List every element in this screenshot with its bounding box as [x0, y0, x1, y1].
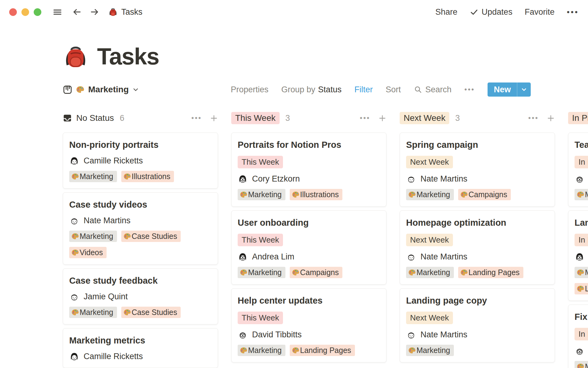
column-add-icon[interactable]: [547, 114, 555, 122]
tag-row: Landing Pages: [575, 283, 588, 294]
tag-row: Marketing Case Studies: [69, 307, 212, 318]
tag: Campaigns: [290, 267, 342, 278]
minimize-window-button[interactable]: [21, 8, 29, 16]
sort-button[interactable]: Sort: [386, 85, 401, 94]
breadcrumb[interactable]: Tasks: [108, 7, 142, 17]
properties-button[interactable]: Properties: [231, 85, 268, 94]
filter-button[interactable]: Filter: [354, 85, 373, 94]
card[interactable]: Help center updatesThis Week David Tibbi…: [231, 288, 386, 362]
palette-icon: [239, 268, 248, 277]
avatar: [575, 174, 585, 184]
hamburger-menu-icon[interactable]: [52, 7, 62, 17]
palette-icon: [460, 190, 468, 199]
assignee-row: David Tibbitts: [575, 174, 588, 184]
card[interactable]: Landing page copyNext Week Nate Martins …: [400, 288, 555, 362]
avatar: [575, 346, 585, 356]
card[interactable]: Case study videos Nate Martins Marketing…: [63, 192, 218, 265]
assignee-name: Jamie Quint: [84, 292, 128, 301]
new-button[interactable]: New: [488, 82, 517, 97]
column-title[interactable]: In Progress: [568, 112, 588, 124]
card-title: Case study feedback: [69, 275, 212, 286]
more-options-icon[interactable]: •••: [567, 8, 579, 16]
share-button[interactable]: Share: [435, 7, 458, 17]
card[interactable]: LandingIn Progress Cory Etzkorn Marketin…: [568, 210, 588, 301]
check-icon: [470, 8, 478, 16]
updates-button[interactable]: Updates: [470, 7, 513, 17]
search-icon: [414, 85, 422, 94]
column-title[interactable]: Next Week3: [400, 112, 460, 124]
tag: Marketing: [69, 307, 117, 318]
avatar-female: [69, 351, 79, 362]
avatar-male: [406, 252, 416, 262]
card[interactable]: Case study feedback Jamie Quint Marketin…: [63, 268, 218, 324]
assignee-name: Camille Ricketts: [84, 156, 143, 166]
column-add-icon[interactable]: [378, 114, 386, 122]
forward-arrow-icon[interactable]: [89, 7, 100, 17]
column-header: Next Week3 •••: [400, 112, 555, 125]
palette-icon: [71, 308, 79, 316]
kanban-board: No Status6 ••• Non-priority portraits Ca…: [63, 112, 588, 368]
tag-row: Videos: [69, 247, 212, 258]
view-more-options-icon[interactable]: •••: [464, 85, 475, 94]
board-view-icon: [63, 85, 72, 94]
view-switcher[interactable]: Marketing: [63, 85, 139, 94]
status-badge: In Progress: [575, 328, 588, 340]
assignee-row: Cory Etzkorn: [575, 252, 588, 262]
view-bar: Marketing Properties Group byStatus Filt…: [63, 82, 531, 97]
board-column-this-week: This Week3 ••• Portraits for Notion Pros…: [231, 112, 386, 362]
avatar: [406, 330, 416, 340]
assignee-row: Nate Martins: [69, 216, 212, 226]
chevron-down-icon: [132, 86, 139, 93]
back-arrow-icon[interactable]: [72, 7, 82, 17]
palette-icon: [408, 346, 416, 355]
tag-row: Marketing Case Studies: [69, 231, 212, 242]
new-dropdown-chevron-icon[interactable]: [517, 82, 531, 97]
card[interactable]: Homepage optimizationNext Week Nate Mart…: [400, 210, 555, 285]
assignee-row: David Tibbitts: [575, 346, 588, 356]
tag-row: Marketing Campaigns: [406, 189, 548, 200]
card[interactable]: Spring campaignNext Week Nate Martins Ma…: [400, 132, 555, 207]
column-count: 3: [455, 113, 460, 123]
column-title[interactable]: No Status6: [63, 113, 124, 123]
column-more-icon[interactable]: •••: [191, 114, 202, 122]
inbox-icon: [63, 113, 72, 123]
column-label: This Week: [231, 112, 280, 124]
window-titlebar: Tasks Share Updates Favorite •••: [0, 0, 588, 24]
column-header: In Progress •••: [568, 112, 588, 125]
palette-icon: [576, 190, 585, 199]
column-add-icon[interactable]: [210, 114, 218, 122]
card[interactable]: Fix sIn Progress David Tibbitts Marketin…: [568, 305, 588, 368]
avatar-male: [69, 216, 79, 226]
zoom-window-button[interactable]: [34, 8, 41, 16]
tag: Marketing: [238, 267, 285, 278]
tag-row: Marketing: [575, 267, 588, 278]
card-title: User onboarding: [238, 217, 380, 228]
breadcrumb-label: Tasks: [121, 7, 142, 17]
assignee-row: Andrea Lim: [238, 252, 380, 262]
column-more-icon[interactable]: •••: [360, 114, 370, 122]
card-title: Spring campaign: [406, 140, 548, 150]
card[interactable]: User onboardingThis Week Andrea Lim Mark…: [231, 210, 386, 285]
search-button[interactable]: Search: [414, 85, 452, 94]
column-title[interactable]: This Week3: [231, 112, 290, 124]
tag: Marketing: [406, 345, 454, 356]
tag-row: Marketing Illustrations: [69, 171, 212, 182]
column-more-icon[interactable]: •••: [528, 114, 539, 122]
card[interactable]: TeamIn Progress David Tibbitts Marketing: [568, 132, 588, 207]
favorite-button[interactable]: Favorite: [525, 7, 555, 17]
assignee-row: Nate Martins: [406, 330, 548, 340]
palette-icon: [76, 85, 85, 94]
close-window-button[interactable]: [9, 8, 17, 16]
card[interactable]: Non-priority portraits Camille Ricketts …: [63, 132, 218, 189]
card[interactable]: Marketing metrics Camille Ricketts: [63, 328, 218, 368]
page-title[interactable]: Tasks: [97, 41, 159, 72]
status-badge: Next Week: [406, 156, 453, 168]
group-by-button[interactable]: Group byStatus: [281, 85, 342, 94]
card-title: Help center updates: [238, 295, 380, 306]
card-title: Non-priority portraits: [69, 140, 212, 150]
avatar-male-glasses: [238, 330, 248, 340]
avatar-male-glasses: [575, 174, 585, 184]
card[interactable]: Portraits for Notion ProsThis Week Cory …: [231, 132, 386, 207]
board-column-no-status: No Status6 ••• Non-priority portraits Ca…: [63, 112, 218, 368]
backpack-icon: [108, 7, 118, 17]
